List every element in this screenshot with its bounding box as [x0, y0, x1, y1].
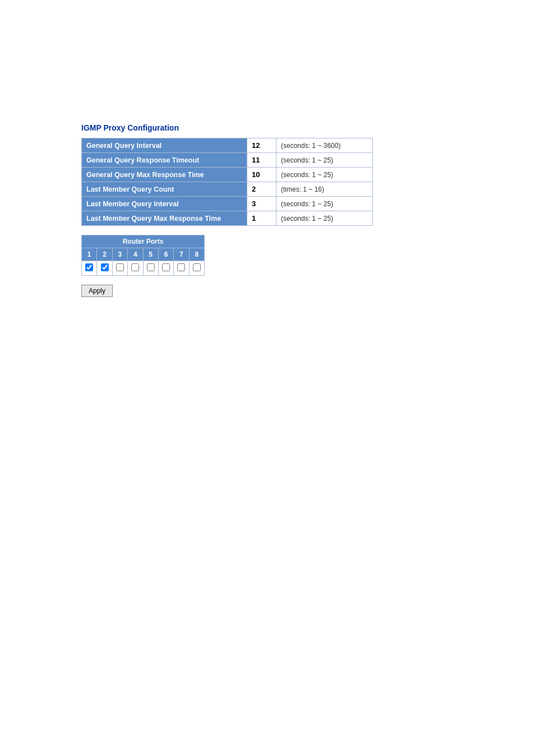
port-checkbox[interactable] [193, 263, 201, 271]
config-range: (times: 1 ~ 16) [276, 182, 373, 197]
config-label: General Query Interval [82, 138, 247, 153]
config-label: General Query Response Timeout [82, 153, 247, 168]
port-checkbox-cell [82, 261, 97, 276]
port-checkbox[interactable] [162, 263, 170, 271]
port-checkbox[interactable] [177, 263, 185, 271]
port-checkbox[interactable] [147, 263, 155, 271]
port-number: 6 [158, 248, 173, 261]
port-checkbox-cell [189, 261, 204, 276]
config-range: (seconds: 1 ~ 25) [276, 211, 373, 226]
apply-button[interactable]: Apply [81, 285, 113, 297]
section-title: IGMP Proxy Configuration [81, 123, 535, 132]
port-number: 3 [112, 248, 127, 261]
config-row: Last Member Query Interval(seconds: 1 ~ … [82, 197, 373, 211]
port-checkbox-cell [128, 261, 143, 276]
config-row: Last Member Query Count(times: 1 ~ 16) [82, 182, 373, 197]
config-label: Last Member Query Count [82, 182, 247, 197]
config-range: (seconds: 1 ~ 25) [276, 197, 373, 211]
config-value[interactable] [247, 153, 276, 168]
config-value[interactable] [247, 182, 276, 197]
config-value[interactable] [247, 138, 276, 153]
config-row: General Query Interval(seconds: 1 ~ 3600… [82, 138, 373, 153]
config-label: Last Member Query Max Response Time [82, 211, 247, 226]
router-ports-title: Router Ports [82, 235, 205, 248]
port-number: 2 [97, 248, 112, 261]
config-value[interactable] [247, 168, 276, 182]
config-row: General Query Max Response Time(seconds:… [82, 168, 373, 182]
config-range: (seconds: 1 ~ 3600) [276, 138, 373, 153]
port-checkbox[interactable] [131, 263, 139, 271]
port-checkbox[interactable] [101, 263, 109, 271]
router-ports-table: Router Ports 12345678 [81, 235, 205, 276]
port-checkbox[interactable] [85, 263, 93, 271]
config-label: General Query Max Response Time [82, 168, 247, 182]
port-number: 7 [174, 248, 189, 261]
port-checkbox-cell [174, 261, 189, 276]
config-value[interactable] [247, 197, 276, 211]
config-label: Last Member Query Interval [82, 197, 247, 211]
port-number: 8 [189, 248, 204, 261]
port-checkbox[interactable] [116, 263, 124, 271]
port-checkbox-cell [112, 261, 127, 276]
config-table: General Query Interval(seconds: 1 ~ 3600… [81, 138, 373, 226]
port-checkbox-cell [97, 261, 112, 276]
port-checkbox-cell [158, 261, 173, 276]
config-row: General Query Response Timeout(seconds: … [82, 153, 373, 168]
config-range: (seconds: 1 ~ 25) [276, 153, 373, 168]
config-value[interactable] [247, 211, 276, 226]
port-number: 5 [143, 248, 158, 261]
config-range: (seconds: 1 ~ 25) [276, 168, 373, 182]
port-number: 4 [128, 248, 143, 261]
port-number: 1 [82, 248, 97, 261]
config-row: Last Member Query Max Response Time(seco… [82, 211, 373, 226]
port-checkbox-cell [143, 261, 158, 276]
